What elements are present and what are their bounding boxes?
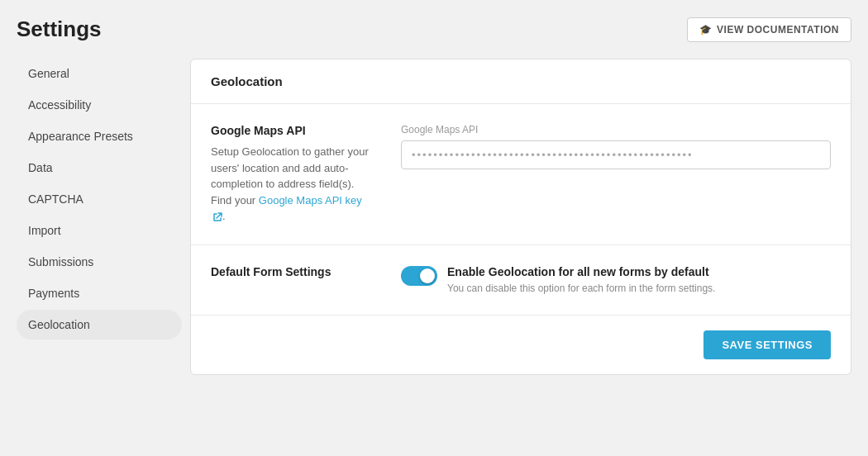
- google-maps-api-input[interactable]: [401, 140, 831, 169]
- toggle-track[interactable]: [401, 266, 437, 286]
- external-link-icon: [212, 212, 222, 222]
- sidebar-item-data[interactable]: Data: [17, 153, 182, 183]
- google-maps-api-row: Google Maps API Setup Geolocation to gat…: [191, 104, 851, 245]
- sidebar-item-geolocation[interactable]: Geolocation: [17, 310, 182, 340]
- sidebar-item-appearance-presets[interactable]: Appearance Presets: [17, 121, 182, 151]
- toggle-sublabel: You can disable this option for each for…: [447, 282, 831, 296]
- sidebar-item-payments[interactable]: Payments: [17, 278, 182, 308]
- sidebar: General Accessibility Appearance Presets…: [17, 59, 190, 375]
- sidebar-item-submissions[interactable]: Submissions: [17, 247, 182, 277]
- view-documentation-button[interactable]: 🎓 VIEW DOCUMENTATION: [687, 17, 851, 42]
- footer-row: SAVE SETTINGS: [191, 316, 851, 374]
- toggle-label: Enable Geolocation for all new forms by …: [447, 265, 831, 278]
- graduation-cap-icon: 🎓: [699, 24, 713, 36]
- sidebar-item-captcha[interactable]: CAPTCHA: [17, 184, 182, 214]
- google-maps-label-col: Google Maps API Setup Geolocation to gat…: [211, 124, 376, 225]
- default-form-title: Default Form Settings: [211, 265, 376, 278]
- default-form-label-col: Default Form Settings: [211, 265, 376, 296]
- save-settings-button[interactable]: SAVE SETTINGS: [703, 330, 831, 359]
- section-title: Geolocation: [211, 74, 283, 88]
- sidebar-item-import[interactable]: Import: [17, 216, 182, 245]
- google-maps-desc: Setup Geolocation to gather your users' …: [211, 144, 376, 225]
- page-title: Settings: [17, 17, 102, 42]
- main-panel: Geolocation Google Maps API Setup Geoloc…: [190, 59, 851, 375]
- geolocation-toggle[interactable]: [401, 266, 437, 286]
- toggle-row: Enable Geolocation for all new forms by …: [401, 265, 831, 296]
- sidebar-item-accessibility[interactable]: Accessibility: [17, 90, 182, 120]
- toggle-thumb: [420, 268, 435, 283]
- sidebar-item-general[interactable]: General: [17, 59, 182, 88]
- default-form-control-col: Enable Geolocation for all new forms by …: [401, 265, 831, 296]
- api-field-label: Google Maps API: [401, 124, 831, 135]
- section-header: Geolocation: [191, 59, 851, 104]
- google-maps-title: Google Maps API: [211, 124, 376, 137]
- toggle-text-col: Enable Geolocation for all new forms by …: [447, 265, 831, 296]
- default-form-settings-row: Default Form Settings Enable Geolocation…: [191, 245, 851, 316]
- google-maps-control-col: Google Maps API: [401, 124, 831, 225]
